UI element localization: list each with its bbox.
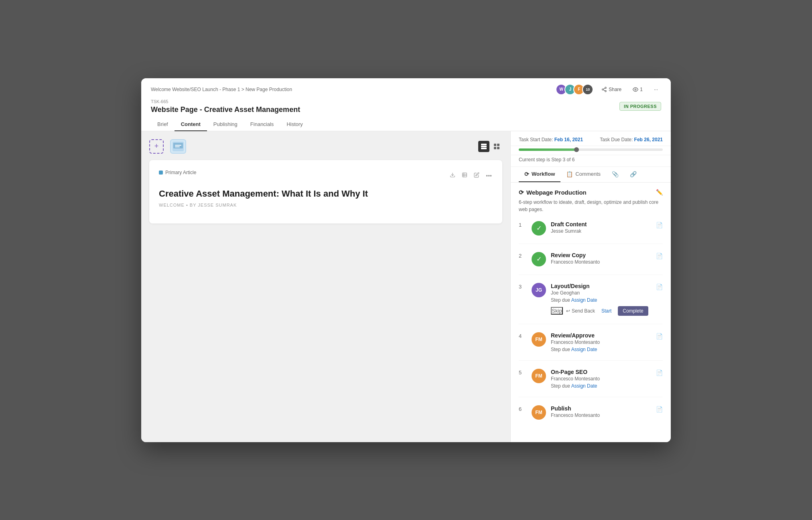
start-date: Task Start Date: Feb 16, 2021 xyxy=(519,137,583,142)
attach-icon: 📎 xyxy=(612,171,619,177)
list-view-button[interactable] xyxy=(478,141,489,152)
more-options-icon[interactable]: ••• xyxy=(485,172,493,180)
step-3-complete-button[interactable]: Complete xyxy=(618,306,648,316)
workflow-edit-button[interactable]: ✏️ xyxy=(656,189,663,195)
step-3-sendback-button[interactable]: ↩ Send Back xyxy=(566,308,595,314)
svg-rect-13 xyxy=(494,144,496,146)
tab-brief[interactable]: Brief xyxy=(151,118,175,131)
step-number-2: 2 xyxy=(519,252,527,259)
add-asset-button[interactable]: + xyxy=(149,139,164,154)
step-2-assignee: Francesco Montesanto xyxy=(551,259,651,265)
share-button[interactable]: Share xyxy=(598,85,625,94)
workflow-step-1: 1 ✓ Draft Content Jesse Sumrak 📄 xyxy=(519,221,663,244)
tab-content[interactable]: Content xyxy=(175,118,207,131)
dates-row: Task Start Date: Feb 16, 2021 Task Due D… xyxy=(511,131,671,146)
sendback-icon: ↩ xyxy=(566,308,570,314)
svg-rect-14 xyxy=(497,144,499,146)
svg-point-5 xyxy=(635,89,637,90)
step-5-due: Step due Assign Date xyxy=(551,383,651,389)
more-dots: ··· xyxy=(654,87,658,92)
main-tabs: Brief Content Publishing Financials Hist… xyxy=(151,118,661,131)
step-6-name: Publish xyxy=(551,405,651,412)
step-5-doc-icon[interactable]: 📄 xyxy=(656,369,663,376)
document-icon[interactable] xyxy=(461,171,468,180)
svg-line-3 xyxy=(603,89,605,90)
step-2-check: ✓ xyxy=(532,252,546,266)
asset-toolbar: + xyxy=(149,139,186,154)
tab-link[interactable]: 🔗 xyxy=(624,167,642,182)
tab-workflow[interactable]: ⟳ Workflow xyxy=(519,167,560,182)
task-title: Website Page - Creative Asset Management xyxy=(151,106,300,114)
step-number-1: 1 xyxy=(519,221,527,228)
share-label: Share xyxy=(609,87,621,92)
step-number-3: 3 xyxy=(519,283,527,290)
workflow-step-2: 2 ✓ Review Copy Francesco Montesanto 📄 xyxy=(519,252,663,275)
step-4-assign-date[interactable]: Assign Date xyxy=(571,347,597,352)
comments-icon: 📋 xyxy=(566,171,573,177)
step-3-doc-icon[interactable]: 📄 xyxy=(656,283,663,290)
tab-financials[interactable]: Financials xyxy=(244,118,280,131)
view-toggle xyxy=(478,141,502,152)
step-5-name: On-Page SEO xyxy=(551,369,651,375)
panel-tabs: ⟳ Workflow 📋 Comments 📎 🔗 xyxy=(511,167,671,183)
step-1-doc-icon[interactable]: 📄 xyxy=(656,221,663,228)
step-3-assign-date[interactable]: Assign Date xyxy=(571,297,597,303)
step-5-assign-date[interactable]: Assign Date xyxy=(571,383,597,389)
svg-point-2 xyxy=(605,90,607,92)
step-number-6: 6 xyxy=(519,405,527,412)
asset-thumbnail[interactable] xyxy=(170,139,186,154)
more-menu-button[interactable]: ··· xyxy=(651,85,661,94)
header-actions: W J F 10 Share 1 ··· xyxy=(556,84,661,95)
workflow-icon-sym: ⟳ xyxy=(519,189,524,196)
view-count-button[interactable]: 1 xyxy=(629,85,646,94)
progress-bar xyxy=(519,148,663,151)
article-card: Primary Article ••• xyxy=(149,160,502,224)
step-number-4: 4 xyxy=(519,332,527,339)
step-3-start-button[interactable]: Start xyxy=(598,306,615,316)
svg-rect-9 xyxy=(175,146,180,147)
status-badge: IN PROGRESS xyxy=(619,102,661,111)
svg-rect-15 xyxy=(494,147,496,149)
step-4-doc-icon[interactable]: 📄 xyxy=(656,332,663,339)
due-date: Task Due Date: Feb 26, 2021 xyxy=(600,137,663,142)
step-3-due: Step due Assign Date xyxy=(551,297,651,303)
svg-line-4 xyxy=(603,88,605,89)
tab-comments[interactable]: 📋 Comments xyxy=(560,167,606,182)
step-6-doc-icon[interactable]: 📄 xyxy=(656,405,663,412)
tab-publishing[interactable]: Publishing xyxy=(207,118,244,131)
article-label-text: Primary Article xyxy=(165,170,196,175)
workflow-description: 6-step workflow to ideate, draft, design… xyxy=(519,199,663,213)
task-id: TSK-665 xyxy=(151,99,300,104)
step-2-doc-icon[interactable]: 📄 xyxy=(656,252,663,259)
workflow-step-4: 4 FM Review/Approve Francesco Montesanto… xyxy=(519,332,663,361)
svg-rect-12 xyxy=(481,148,487,149)
progress-bar-container xyxy=(511,146,671,155)
step-1-check: ✓ xyxy=(532,221,546,236)
workflow-step-6: 6 FM Publish Francesco Montesanto 📄 xyxy=(519,405,663,428)
progress-fill xyxy=(519,148,577,151)
view-count: 1 xyxy=(640,87,643,92)
progress-dot xyxy=(574,147,579,152)
avatar-group: W J F 10 xyxy=(556,84,593,95)
step-3-skip-button[interactable]: Skip xyxy=(551,307,563,315)
step-2-name: Review Copy xyxy=(551,252,651,258)
step-1-assignee: Jesse Sumrak xyxy=(551,228,651,234)
step-5-avatar: FM xyxy=(532,369,546,383)
breadcrumb: Welcome Website/SEO Launch - Phase 1 > N… xyxy=(151,87,292,92)
tab-history[interactable]: History xyxy=(280,118,309,131)
svg-point-0 xyxy=(605,87,607,89)
step-info: Current step is Step 3 of 6 xyxy=(511,155,671,167)
workflow-step-5: 5 FM On-Page SEO Francesco Montesanto St… xyxy=(519,369,663,397)
step-number-5: 5 xyxy=(519,369,527,376)
svg-rect-11 xyxy=(481,146,487,147)
grid-view-button[interactable] xyxy=(491,141,502,152)
step-3-actions: Skip ↩ Send Back Start Complete xyxy=(551,306,651,316)
svg-rect-10 xyxy=(481,144,487,145)
tab-attach[interactable]: 📎 xyxy=(606,167,624,182)
step-4-assignee: Francesco Montesanto xyxy=(551,339,651,345)
download-icon[interactable] xyxy=(449,171,456,180)
workflow-title: ⟳ Webpage Production xyxy=(519,189,587,196)
edit-icon[interactable] xyxy=(473,171,480,180)
label-dot xyxy=(159,171,163,175)
left-panel: + xyxy=(141,131,510,442)
